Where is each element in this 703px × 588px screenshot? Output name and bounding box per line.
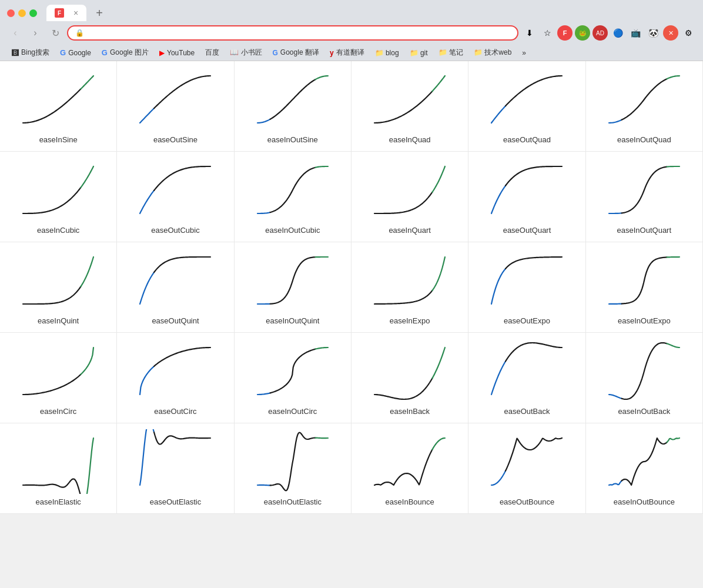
forward-button[interactable]: › xyxy=(27,25,43,41)
easing-cell-easeinoutexpo[interactable]: easeInOutExpo xyxy=(586,242,703,333)
easing-label: easeInElastic xyxy=(36,497,81,506)
ext5-icon[interactable]: 📺 xyxy=(628,25,643,41)
easing-cell-easeoutbounce[interactable]: easeOutBounce xyxy=(468,423,585,514)
lock-icon: 🔒 xyxy=(75,29,84,37)
ext3-icon[interactable]: AD xyxy=(592,25,608,41)
easing-cell-easeoutquint[interactable]: easeOutQuint xyxy=(117,242,234,333)
maximize-button[interactable] xyxy=(29,9,37,17)
bookmark-youtube[interactable]: ▶ YouTube xyxy=(155,47,199,59)
bookmark-google[interactable]: G Google xyxy=(55,46,96,59)
back-button[interactable]: ‹ xyxy=(7,25,24,41)
easing-cell-easeinoutquart[interactable]: easeInOutQuart xyxy=(586,152,703,242)
bookmark-bing[interactable]: 🅱Bing搜索 xyxy=(7,46,54,59)
ext1-icon[interactable]: F xyxy=(557,25,573,41)
easing-cell-easeinoutcirc[interactable]: easeInOutCirc xyxy=(235,333,352,423)
easing-label: easeInCirc xyxy=(40,407,76,416)
easing-cell-easeincirc[interactable]: easeInCirc xyxy=(0,333,117,423)
bookmark-blog[interactable]: 📁 blog xyxy=(370,47,404,59)
page-content: easeInSineeaseOutSineeaseInOutSineeaseIn… xyxy=(0,61,703,514)
easing-label: easeOutQuart xyxy=(503,226,551,235)
bookmarks-bar: 🅱Bing搜索 G Google G Google 图片 ▶ YouTube 百… xyxy=(0,45,703,61)
browser-tab[interactable]: F × xyxy=(46,5,86,21)
easing-cell-easeinquad[interactable]: easeInQuad xyxy=(352,61,468,152)
easing-label: easeOutCirc xyxy=(154,407,196,416)
easing-label: easeInOutQuad xyxy=(617,135,671,144)
easing-grid: easeInSineeaseOutSineeaseInOutSineeaseIn… xyxy=(0,61,703,514)
title-bar: F × + xyxy=(0,0,703,21)
easing-label: easeInOutSine xyxy=(267,135,318,144)
easing-cell-easeoutsine[interactable]: easeOutSine xyxy=(117,61,234,152)
easing-label: easeInExpo xyxy=(390,316,430,325)
easing-label: easeOutBounce xyxy=(500,497,554,506)
bookmark-more[interactable]: » xyxy=(517,47,531,59)
new-tab-button[interactable]: + xyxy=(91,5,108,21)
easing-label: easeOutExpo xyxy=(504,316,550,325)
easing-cell-easeinoutquint[interactable]: easeInOutQuint xyxy=(235,242,352,333)
close-button[interactable] xyxy=(7,9,15,17)
easing-cell-easeoutexpo[interactable]: easeOutExpo xyxy=(468,242,585,333)
easing-label: easeInOutQuart xyxy=(617,226,672,235)
browser-frame: F × + ‹ › ↻ 🔒 ⬇ ☆ F 🐸 AD 🔵 📺 🐼 ✕ ⚙ 🅱Bing… xyxy=(0,0,703,514)
easing-cell-easeinoutcubic[interactable]: easeInOutCubic xyxy=(235,152,352,242)
ext7-icon[interactable]: ✕ xyxy=(663,25,678,41)
easing-label: easeInCubic xyxy=(37,226,79,235)
easing-label: easeInOutBounce xyxy=(614,497,675,506)
easing-cell-easeoutquart[interactable]: easeOutQuart xyxy=(468,152,585,242)
bookmark-baidu[interactable]: 百度 xyxy=(200,46,224,59)
easing-cell-easeinelastic[interactable]: easeInElastic xyxy=(0,423,117,514)
easing-label: easeInOutElastic xyxy=(264,497,322,506)
easing-cell-easeinoutbounce[interactable]: easeInOutBounce xyxy=(586,423,703,514)
easing-label: easeInQuad xyxy=(389,135,431,144)
easing-label: easeOutQuad xyxy=(503,135,551,144)
easing-cell-easeoutcubic[interactable]: easeOutCubic xyxy=(117,152,234,242)
easing-label: easeOutBack xyxy=(504,407,550,416)
easing-label: easeOutElastic xyxy=(150,497,201,506)
star-icon[interactable]: ☆ xyxy=(540,25,555,41)
tab-close-icon[interactable]: × xyxy=(73,8,78,18)
easing-cell-easeoutelastic[interactable]: easeOutElastic xyxy=(117,423,234,514)
minimize-button[interactable] xyxy=(18,9,26,17)
bookmark-google-images[interactable]: G Google 图片 xyxy=(97,46,153,59)
easing-label: easeOutQuint xyxy=(152,316,199,325)
easing-label: easeInSine xyxy=(39,135,78,144)
easing-cell-easeinsine[interactable]: easeInSine xyxy=(0,61,117,152)
bookmark-google-translate[interactable]: G Google 翻译 xyxy=(268,46,324,59)
address-bar[interactable]: 🔒 xyxy=(67,25,518,41)
easing-cell-easeinbounce[interactable]: easeInBounce xyxy=(352,423,468,514)
toolbar: ‹ › ↻ 🔒 ⬇ ☆ F 🐸 AD 🔵 📺 🐼 ✕ ⚙ xyxy=(0,21,703,45)
easing-label: easeInQuart xyxy=(389,226,431,235)
easing-cell-easeincubic[interactable]: easeInCubic xyxy=(0,152,117,242)
easing-cell-easeinquint[interactable]: easeInQuint xyxy=(0,242,117,333)
easing-label: easeOutSine xyxy=(153,135,197,144)
easing-label: easeInQuint xyxy=(38,316,79,325)
easing-label: easeInOutQuint xyxy=(266,316,319,325)
easing-label: easeInBounce xyxy=(386,497,434,506)
easing-cell-easeinoutquad[interactable]: easeInOutQuad xyxy=(586,61,703,152)
easing-cell-easeinquart[interactable]: easeInQuart xyxy=(352,152,468,242)
easing-label: easeInOutExpo xyxy=(618,316,671,325)
easing-cell-easeinoutsine[interactable]: easeInOutSine xyxy=(235,61,352,152)
toolbar-icons: ⬇ ☆ F 🐸 AD 🔵 📺 🐼 ✕ ⚙ xyxy=(522,25,696,41)
bookmark-xiaoshujian[interactable]: 📖 小书匠 xyxy=(225,46,266,59)
ext2-icon[interactable]: 🐸 xyxy=(575,25,590,41)
easing-cell-easeinoutback[interactable]: easeInOutBack xyxy=(586,333,703,423)
easing-cell-easeinback[interactable]: easeInBack xyxy=(352,333,468,423)
bookmark-youdao[interactable]: y 有道翻译 xyxy=(325,46,369,59)
traffic-lights xyxy=(7,9,37,17)
ext4-icon[interactable]: 🔵 xyxy=(610,25,625,41)
bookmark-tech[interactable]: 📁 技术web xyxy=(469,46,516,59)
easing-cell-easeoutback[interactable]: easeOutBack xyxy=(468,333,585,423)
easing-cell-easeoutcirc[interactable]: easeOutCirc xyxy=(117,333,234,423)
easing-cell-easeinexpo[interactable]: easeInExpo xyxy=(352,242,468,333)
easing-cell-easeoutquad[interactable]: easeOutQuad xyxy=(468,61,585,152)
reload-button[interactable]: ↻ xyxy=(47,25,63,41)
easing-cell-easeinoutelastic[interactable]: easeInOutElastic xyxy=(235,423,352,514)
easing-label: easeInOutCubic xyxy=(265,226,320,235)
easing-label: easeOutCubic xyxy=(151,226,199,235)
ext6-icon[interactable]: 🐼 xyxy=(645,25,661,41)
easing-label: easeInBack xyxy=(390,407,430,416)
bookmark-git[interactable]: 📁 git xyxy=(405,47,433,59)
bookmark-notes[interactable]: 📁 笔记 xyxy=(434,46,468,59)
ext8-icon[interactable]: ⚙ xyxy=(681,25,696,41)
download-icon[interactable]: ⬇ xyxy=(522,25,537,41)
